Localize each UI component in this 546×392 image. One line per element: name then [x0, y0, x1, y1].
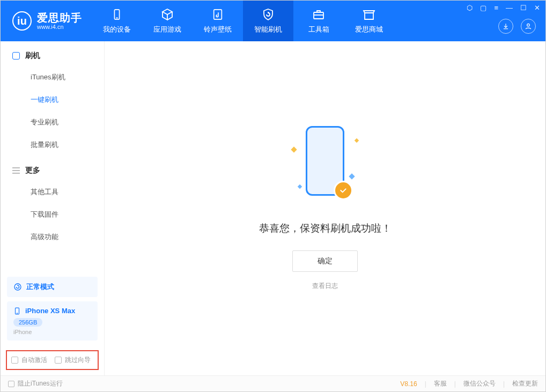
device-icon — [110, 8, 124, 21]
svg-rect-2 — [214, 10, 222, 19]
sidebar-item-advanced[interactable]: 高级功能 — [1, 226, 104, 248]
svg-point-5 — [14, 284, 21, 290]
cube-icon — [160, 8, 174, 21]
phone-icon — [12, 52, 20, 60]
sidebar-item-itunes-flash[interactable]: iTunes刷机 — [1, 66, 104, 88]
sidebar-group-more: 更多 — [1, 156, 104, 181]
logo-icon: iu — [12, 11, 32, 31]
shield-refresh-icon — [261, 8, 275, 21]
mode-label: 正常模式 — [26, 282, 54, 292]
footer-link-wechat[interactable]: 微信公众号 — [463, 379, 496, 388]
footer: 阻止iTunes运行 V8.16 | 客服 | 微信公众号 | 检查更新 — [1, 375, 545, 391]
success-message: 恭喜您，保资料刷机成功啦！ — [259, 221, 392, 235]
tab-flash[interactable]: 智能刷机 — [243, 1, 293, 41]
footer-right: V8.16 | 客服 | 微信公众号 | 检查更新 — [400, 379, 538, 388]
tab-my-device[interactable]: 我的设备 — [92, 1, 142, 41]
user-icon[interactable] — [521, 19, 536, 34]
logo-text: 爱思助手 www.i4.cn — [37, 12, 82, 30]
header-aux-icons — [498, 19, 536, 34]
minimize-button[interactable]: — — [506, 4, 513, 12]
tab-apps-games[interactable]: 应用游戏 — [142, 1, 193, 41]
app-header: iu 爱思助手 www.i4.cn 我的设备 应用游戏 铃声壁纸 智能刷机 工具… — [1, 1, 545, 41]
tab-label: 铃声壁纸 — [204, 25, 232, 34]
confirm-button[interactable]: 确定 — [292, 250, 358, 272]
lock-icon[interactable]: ▢ — [480, 4, 486, 12]
device-storage: 256GB — [13, 318, 42, 327]
close-button[interactable]: ✕ — [534, 4, 540, 12]
checkbox-block-itunes[interactable]: 阻止iTunes运行 — [8, 379, 63, 388]
maximize-button[interactable]: ☐ — [520, 4, 527, 12]
footer-link-support[interactable]: 客服 — [434, 379, 447, 388]
checkbox-icon — [55, 357, 62, 364]
sidebar-item-download-firmware[interactable]: 下载固件 — [1, 203, 104, 226]
sidebar-group-flash: 刷机 — [1, 41, 104, 66]
device-name: iPhone XS Max — [25, 307, 75, 315]
tab-store[interactable]: 爱思商城 — [344, 1, 394, 41]
success-badge-icon — [334, 181, 353, 200]
main-content: 恭喜您，保资料刷机成功啦！ 确定 查看日志 — [105, 41, 545, 375]
sidebar-item-batch-flash[interactable]: 批量刷机 — [1, 134, 104, 156]
checkbox-auto-activate[interactable]: 自动激活 — [11, 356, 47, 365]
tab-label: 应用游戏 — [153, 25, 181, 34]
app-url: www.i4.cn — [37, 24, 82, 30]
sidebar-item-pro-flash[interactable]: 专业刷机 — [1, 111, 104, 134]
app-body: 刷机 iTunes刷机 一键刷机 专业刷机 批量刷机 更多 其他工具 下载固件 … — [1, 41, 545, 375]
checkbox-icon — [8, 381, 14, 387]
sidebar: 刷机 iTunes刷机 一键刷机 专业刷机 批量刷机 更多 其他工具 下载固件 … — [1, 41, 105, 375]
app-name: 爱思助手 — [37, 12, 82, 24]
window-controls: ⬡ ▢ ≡ — ☐ ✕ — [467, 4, 540, 12]
group-title: 更多 — [25, 166, 40, 175]
music-file-icon — [211, 8, 225, 21]
mode-box[interactable]: 正常模式 — [7, 277, 98, 297]
toolbox-icon — [312, 8, 326, 21]
checkbox-label: 自动激活 — [21, 356, 47, 365]
tab-label: 爱思商城 — [355, 25, 383, 34]
tab-ringtones[interactable]: 铃声壁纸 — [193, 1, 243, 41]
footer-link-update[interactable]: 检查更新 — [512, 379, 538, 388]
phone-icon — [13, 307, 21, 315]
tab-toolbox[interactable]: 工具箱 — [293, 1, 344, 41]
main-tabs: 我的设备 应用游戏 铃声壁纸 智能刷机 工具箱 爱思商城 — [92, 1, 394, 41]
success-illustration — [293, 126, 357, 206]
checkbox-skip-guide[interactable]: 跳过向导 — [55, 356, 91, 365]
checkbox-label: 阻止iTunes运行 — [18, 379, 63, 388]
svg-rect-3 — [314, 12, 323, 19]
bottom-options-highlight: 自动激活 跳过向导 — [6, 350, 99, 370]
group-title: 刷机 — [25, 51, 40, 61]
shirt-icon[interactable]: ⬡ — [467, 4, 473, 12]
checkbox-label: 跳过向导 — [65, 356, 91, 365]
sidebar-item-oneclick-flash[interactable]: 一键刷机 — [1, 88, 104, 111]
refresh-icon — [13, 283, 22, 291]
sidebar-item-other-tools[interactable]: 其他工具 — [1, 181, 104, 203]
tab-label: 智能刷机 — [254, 25, 282, 34]
tab-label: 我的设备 — [103, 25, 131, 34]
device-type: iPhone — [13, 329, 91, 335]
logo-block: iu 爱思助手 www.i4.cn — [1, 1, 92, 41]
version-label: V8.16 — [400, 380, 417, 388]
svg-point-4 — [527, 24, 530, 26]
device-info-box[interactable]: iPhone XS Max 256GB iPhone — [7, 301, 98, 341]
view-log-link[interactable]: 查看日志 — [312, 282, 338, 291]
tab-label: 工具箱 — [308, 25, 329, 34]
checkbox-icon — [11, 357, 18, 364]
list-icon — [12, 167, 20, 174]
store-icon — [362, 8, 376, 21]
download-icon[interactable] — [498, 19, 513, 34]
menu-icon[interactable]: ≡ — [494, 4, 498, 12]
